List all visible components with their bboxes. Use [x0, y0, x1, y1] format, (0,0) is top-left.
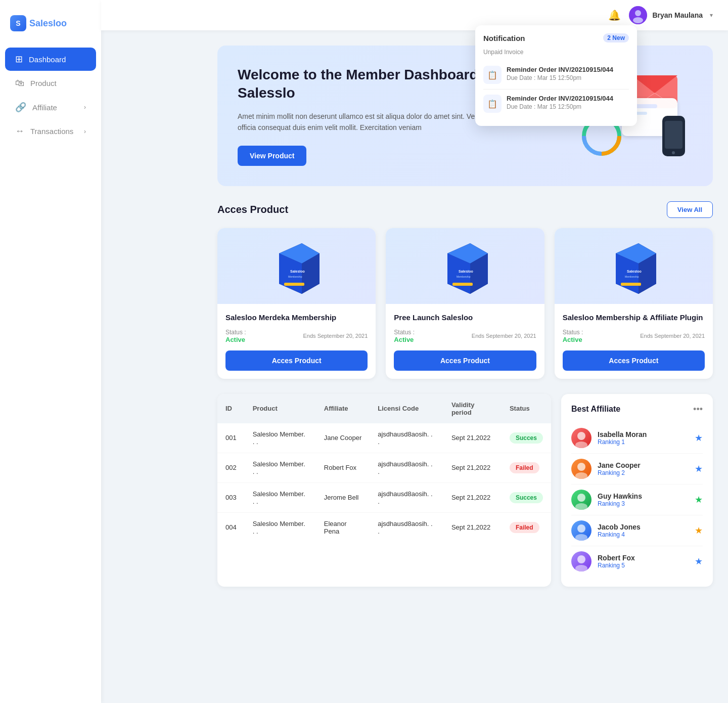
sidebar-item-dashboard[interactable]: ⊞ Dashboard: [5, 48, 96, 71]
notification-bell-button[interactable]: 🔔: [608, 9, 621, 21]
ends-text: Ends September 20, 2021: [472, 333, 536, 339]
cell-id: 001: [217, 423, 245, 453]
col-license: Licensi Code: [370, 394, 443, 423]
product-title: Salesloo Merdeka Membership: [225, 312, 368, 323]
sidebar-item-label: Dashboard: [29, 55, 66, 64]
dashboard-icon: ⊞: [15, 54, 23, 65]
table-row: 002 Salesloo Member. . . Robert Fox ajsd…: [217, 453, 551, 482]
product-title: Salesloo Membership & Affiliate Plugin: [563, 312, 705, 323]
cell-validity: Sept 21,2022: [443, 512, 502, 542]
svg-rect-40: [621, 283, 641, 286]
cell-product: Salesloo Member. . .: [245, 453, 316, 482]
sidebar-item-product[interactable]: 🛍 Product: [5, 72, 96, 95]
sidebar-item-label: Product: [30, 79, 57, 87]
svg-point-48: [575, 534, 587, 541]
affiliate-icon: 🔗: [15, 102, 26, 113]
transactions-table: ID Product Affiliate Licensi Code Validi…: [217, 394, 551, 542]
notification-item-title: Reminder Order INV/20210915/044: [507, 66, 629, 73]
affiliate-name: Guy Hawkins: [598, 492, 689, 500]
sidebar-item-affiliate[interactable]: 🔗 Affiliate ›: [5, 96, 96, 119]
cell-product: Salesloo Member. . .: [245, 482, 316, 512]
avatar: [571, 520, 592, 541]
status-badge: Succes: [510, 492, 543, 503]
notification-item: 📋 Reminder Order INV/20210915/044 Due Da…: [483, 90, 629, 118]
user-name: Bryan Maulana: [652, 11, 703, 19]
cell-status: Succes: [502, 482, 551, 512]
cell-validity: Sept 21,2022: [443, 482, 502, 512]
product-box-3d: Salesloo Membership: [274, 238, 320, 294]
affiliate-name: Isabella Moran: [598, 430, 689, 438]
affiliate-info: Guy Hawkins Ranking 3: [598, 492, 689, 507]
cell-product: Salesloo Member. . .: [245, 512, 316, 542]
svg-point-50: [575, 565, 587, 572]
cell-affiliate: Robert Fox: [316, 453, 370, 482]
hero-title: Welcome to the Member Dashboard Salesslo: [238, 66, 490, 103]
avatar: [571, 551, 592, 572]
notification-title: Notification: [483, 34, 525, 42]
cell-license: ajsdhausd8aosih. . .: [370, 512, 443, 542]
affiliate-header: Best Affiliate •••: [571, 404, 703, 415]
affiliate-name: Jacob Jones: [598, 523, 689, 531]
cell-id: 002: [217, 453, 245, 482]
affiliate-item: Guy Hawkins Ranking 3 ★: [571, 485, 703, 515]
chevron-down-icon: ▾: [710, 12, 713, 19]
header-actions: 🔔 Bryan Maulana ▾: [608, 6, 713, 24]
product-card-image: Salesloo Membership: [555, 228, 713, 304]
cell-product: Salesloo Member. . .: [245, 423, 316, 453]
main-content: Notification 2 New Unpaid Invoice 📋 Remi…: [202, 30, 728, 703]
svg-point-49: [577, 555, 585, 563]
access-product-button[interactable]: Acces Product: [225, 350, 368, 371]
star-icon: ★: [695, 525, 703, 536]
svg-rect-33: [452, 283, 473, 286]
product-card-body: Pree Launch Salesloo Status : Active End…: [386, 304, 544, 379]
cell-id: 003: [217, 482, 245, 512]
sidebar-item-transactions[interactable]: ↔ Transactions ›: [5, 120, 96, 143]
more-options-button[interactable]: •••: [693, 404, 703, 415]
affiliate-rank: Ranking 1: [598, 438, 689, 446]
notification-dropdown: Notification 2 New Unpaid Invoice 📋 Remi…: [475, 25, 637, 126]
svg-text:Salesloo: Salesloo: [459, 270, 473, 273]
cell-license: ajsdhausd8aosih. . .: [370, 453, 443, 482]
notification-item-due: Due Date : Mar 15 12:50pm: [507, 103, 629, 110]
svg-point-1: [635, 10, 641, 16]
svg-text:Salesloo: Salesloo: [627, 270, 642, 273]
svg-point-41: [577, 432, 585, 440]
access-product-button[interactable]: Acces Product: [563, 350, 705, 371]
user-info[interactable]: Bryan Maulana ▾: [629, 6, 713, 24]
hero-content: Welcome to the Member Dashboard Salesslo…: [238, 66, 490, 166]
logo-text: Salesloo: [29, 18, 67, 29]
col-affiliate: Affiliate: [316, 394, 370, 423]
notification-section-label: Unpaid Invoice: [483, 49, 629, 56]
affiliate-info: Jane Cooper Ranking 2: [598, 461, 689, 476]
table-row: 004 Salesloo Member. . . Eleanor Pena aj…: [217, 512, 551, 542]
star-icon: ★: [695, 556, 703, 567]
product-card-body: Salesloo Merdeka Membership Status : Act…: [217, 304, 376, 379]
affiliate-item: Jane Cooper Ranking 2 ★: [571, 454, 703, 485]
table-row: 003 Salesloo Member. . . Jerome Bell ajs…: [217, 482, 551, 512]
col-status: Status: [502, 394, 551, 423]
access-product-section-header: Acces Product View All: [217, 201, 713, 218]
access-product-button[interactable]: Acces Product: [394, 350, 536, 371]
products-grid: Salesloo Membership Salesloo Merdeka Mem…: [217, 228, 713, 379]
transactions-icon: ↔: [15, 126, 24, 137]
product-box-3d: Salesloo Membership: [611, 238, 656, 294]
product-card-2: Salesloo Membership Pree Launch Salesloo…: [386, 228, 544, 379]
affiliate-rank: Ranking 2: [598, 469, 689, 476]
affiliate-item: Isabella Moran Ranking 1 ★: [571, 423, 703, 454]
svg-rect-14: [665, 121, 682, 149]
avatar: [571, 428, 592, 448]
svg-text:Membership: Membership: [625, 275, 639, 278]
cell-license: ajsdhausd8aosih. . .: [370, 482, 443, 512]
product-card-image: Salesloo Membership: [217, 228, 376, 304]
product-title: Pree Launch Salesloo: [394, 312, 536, 323]
view-all-button[interactable]: View All: [667, 201, 713, 218]
avatar: [571, 490, 592, 510]
svg-point-45: [577, 494, 585, 502]
view-product-button[interactable]: View Product: [238, 146, 306, 166]
svg-point-43: [577, 463, 585, 471]
status-value: Active: [225, 336, 246, 343]
status-label: Status :: [394, 329, 415, 336]
product-card-1: Salesloo Membership Salesloo Merdeka Mem…: [217, 228, 376, 379]
affiliate-item: Robert Fox Ranking 5 ★: [571, 546, 703, 577]
avatar: [629, 6, 647, 24]
